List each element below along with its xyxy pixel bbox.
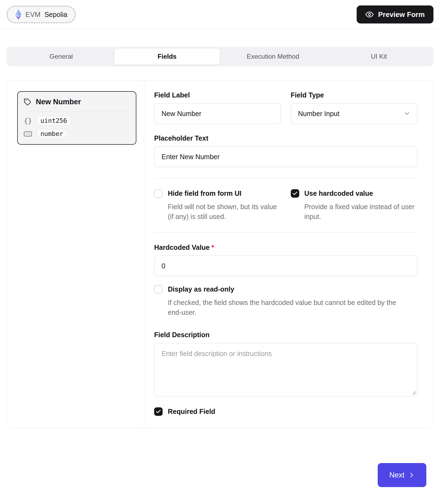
network-badge[interactable]: EVM Sepolia: [7, 6, 76, 23]
input-field-icon: [24, 131, 32, 137]
required-field-group: Required Field: [154, 407, 417, 416]
hide-field-description: Field will not be shown, but its value (…: [168, 202, 281, 221]
header-divider: [0, 29, 440, 29]
field-type-group: Field Type Number Input: [291, 91, 418, 124]
field-description-textarea[interactable]: [154, 343, 417, 396]
field-card-title: New Number: [36, 98, 81, 106]
solidity-type-badge: uint256: [36, 116, 71, 126]
required-field-label[interactable]: Required Field: [168, 408, 215, 416]
chevron-down-icon: [403, 110, 410, 117]
field-card-new-number[interactable]: New Number {} uint256: [17, 91, 136, 145]
field-label-group: Field Label: [154, 91, 281, 124]
hardcoded-value-label: Hardcoded Value *: [154, 244, 417, 251]
field-list-panel: New Number {} uint256: [7, 81, 144, 428]
tab-general[interactable]: General: [8, 48, 114, 65]
chevron-right-icon: [408, 472, 415, 478]
field-settings-panel: Field Label Field Type Number Input Plac…: [144, 81, 433, 428]
next-button[interactable]: Next: [378, 463, 426, 487]
eye-icon: [365, 10, 374, 19]
field-type-label: Field Type: [291, 91, 418, 99]
preview-form-label: Preview Form: [378, 10, 425, 19]
read-only-label[interactable]: Display as read-only: [168, 285, 234, 293]
ethereum-icon: [15, 9, 22, 20]
network-label: Sepolia: [45, 11, 67, 19]
field-description-group: Field Description: [154, 331, 417, 396]
footer: Next: [0, 428, 440, 487]
hardcoded-value-label-text: Hardcoded Value: [154, 244, 210, 251]
required-field-checkbox[interactable]: [154, 407, 163, 416]
read-only-description: If checked, the field shows the hardcode…: [168, 298, 403, 317]
tab-bar: General Fields Execution Method UI Kit: [7, 47, 433, 66]
field-label-input[interactable]: [154, 103, 281, 124]
field-type-value: Number Input: [298, 110, 339, 118]
resize-handle[interactable]: [411, 390, 416, 395]
solidity-type-row: {} uint256: [24, 116, 130, 126]
tag-icon: [24, 98, 31, 106]
field-label-label: Field Label: [154, 91, 281, 99]
field-type-select[interactable]: Number Input: [291, 103, 418, 124]
section-divider-2: [154, 232, 417, 233]
tab-execution-method[interactable]: Execution Method: [220, 48, 326, 65]
required-asterisk: *: [212, 244, 214, 251]
braces-icon: {}: [24, 117, 32, 125]
use-hardcoded-label[interactable]: Use hardcoded value: [304, 189, 373, 197]
top-bar: EVM Sepolia Preview Form: [0, 0, 440, 29]
next-button-label: Next: [389, 471, 404, 479]
field-description-label: Field Description: [154, 331, 417, 339]
hide-field-group: Hide field from form UI Field will not b…: [154, 189, 281, 221]
use-hardcoded-group: Use hardcoded value Provide a fixed valu…: [291, 189, 418, 221]
tab-ui-kit[interactable]: UI Kit: [326, 48, 432, 65]
fields-editor-card: New Number {} uint256: [7, 81, 433, 428]
field-card-meta: {} uint256 number: [18, 111, 136, 144]
placeholder-text-group: Placeholder Text: [154, 134, 417, 167]
use-hardcoded-checkbox[interactable]: [291, 189, 299, 198]
hide-field-label[interactable]: Hide field from form UI: [168, 189, 241, 197]
preview-form-button[interactable]: Preview Form: [357, 5, 433, 23]
placeholder-text-input[interactable]: [154, 146, 417, 167]
read-only-checkbox[interactable]: [154, 285, 163, 293]
hardcoded-value-group: Hardcoded Value *: [154, 244, 417, 276]
input-kind-badge: number: [36, 129, 67, 139]
field-card-header: New Number: [18, 92, 136, 111]
chain-label: EVM: [25, 11, 41, 19]
hide-field-checkbox[interactable]: [154, 189, 163, 198]
read-only-group: Display as read-only If checked, the fie…: [154, 285, 417, 317]
use-hardcoded-description: Provide a fixed value instead of user in…: [304, 202, 418, 221]
tab-fields[interactable]: Fields: [114, 48, 220, 65]
input-kind-row: number: [24, 129, 130, 139]
section-divider: [154, 178, 417, 178]
hardcoded-value-input[interactable]: [154, 256, 417, 276]
placeholder-text-label: Placeholder Text: [154, 134, 417, 142]
